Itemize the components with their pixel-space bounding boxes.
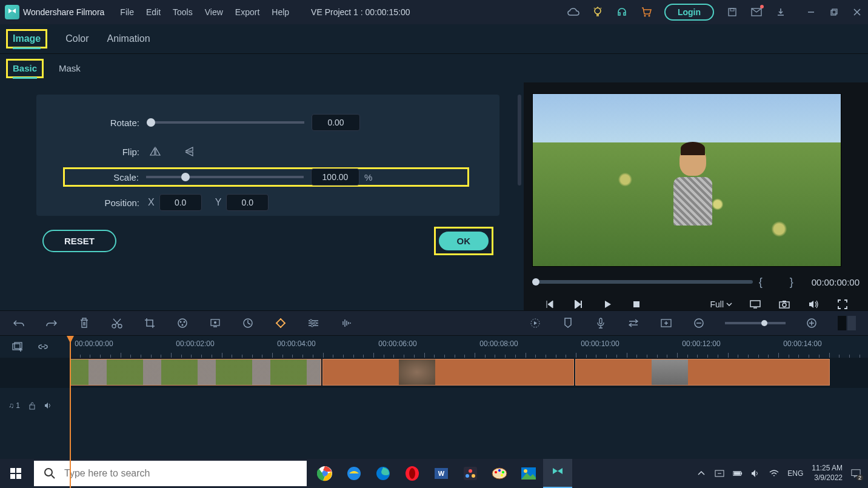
scale-slider[interactable]	[146, 176, 304, 178]
taskbar-opera[interactable]	[398, 459, 427, 488]
audio-icon[interactable]	[339, 316, 353, 330]
tray-expand-icon[interactable]	[696, 469, 706, 478]
redo-icon[interactable]	[45, 316, 58, 330]
headset-icon[interactable]	[616, 6, 628, 18]
green-screen-icon[interactable]	[209, 316, 222, 330]
link-icon[interactable]	[36, 340, 50, 353]
menu-tools[interactable]: Tools	[173, 7, 193, 17]
svg-rect-9	[750, 301, 760, 307]
undo-icon[interactable]	[12, 316, 25, 330]
split-icon[interactable]	[110, 316, 124, 330]
render-icon[interactable]	[529, 316, 542, 330]
download-icon[interactable]	[775, 6, 787, 18]
clip-3[interactable]	[575, 359, 830, 386]
tray-clock[interactable]: 11:25 AM 3/9/2022	[812, 464, 843, 483]
rotate-slider[interactable]	[147, 121, 304, 124]
app-name: Wondershare Filmora	[23, 7, 104, 17]
audio-track-body[interactable]	[70, 390, 868, 421]
panel-scrollbar[interactable]	[518, 95, 521, 186]
menu-export[interactable]: Export	[235, 7, 259, 17]
clip-1[interactable]	[70, 359, 321, 386]
ok-button[interactable]: OK	[439, 232, 489, 250]
tray-meet-icon[interactable]	[715, 469, 724, 478]
step-back-icon[interactable]	[572, 298, 584, 310]
maximize-icon[interactable]	[828, 6, 840, 18]
voiceover-icon[interactable]	[594, 316, 607, 330]
subtab-basic[interactable]: Basic	[13, 59, 37, 79]
add-track-icon[interactable]	[11, 340, 24, 353]
playback-slider[interactable]	[532, 280, 753, 284]
lock-icon[interactable]	[28, 401, 36, 410]
expand-icon[interactable]	[659, 316, 673, 330]
position-x-value[interactable]: 0.0	[159, 194, 202, 211]
snapshot-icon[interactable]	[778, 298, 790, 310]
view-toggle[interactable]	[838, 316, 856, 330]
cloud-icon[interactable]	[567, 6, 579, 18]
play-icon[interactable]	[601, 298, 613, 310]
taskbar-filmora[interactable]	[543, 459, 572, 488]
svg-rect-35	[10, 474, 15, 479]
taskbar-word[interactable]: W	[427, 459, 456, 488]
scale-value[interactable]: 100.00	[311, 169, 359, 186]
taskbar-ie[interactable]	[339, 459, 369, 488]
keyframe-icon[interactable]	[274, 316, 287, 330]
minimize-icon[interactable]	[805, 6, 817, 18]
tab-image[interactable]: Image	[13, 30, 41, 49]
mark-in-out[interactable]: { }	[759, 276, 806, 289]
flip-horizontal-icon[interactable]	[147, 145, 164, 158]
prev-frame-icon[interactable]	[543, 298, 555, 310]
login-button[interactable]: Login	[664, 4, 714, 21]
playhead[interactable]	[70, 336, 71, 488]
tray-battery-icon[interactable]	[733, 469, 743, 478]
close-icon[interactable]	[851, 6, 863, 18]
taskbar-edge[interactable]	[369, 459, 398, 488]
flip-vertical-icon[interactable]	[182, 145, 199, 158]
taskbar-resolve[interactable]	[456, 459, 485, 488]
color-icon[interactable]	[176, 316, 189, 330]
save-icon[interactable]	[726, 6, 738, 18]
zoom-in-icon[interactable]	[805, 316, 818, 330]
search-input[interactable]	[64, 468, 297, 479]
position-y-value[interactable]: 0.0	[226, 194, 269, 211]
menu-edit[interactable]: Edit	[146, 7, 161, 17]
tray-lang[interactable]: ENG	[787, 469, 803, 478]
cart-icon[interactable]	[640, 6, 652, 18]
reset-button[interactable]: RESET	[42, 230, 116, 252]
tab-animation[interactable]: Animation	[107, 30, 150, 48]
taskbar-search[interactable]	[34, 461, 307, 486]
taskbar-paint[interactable]	[485, 459, 514, 488]
display-icon[interactable]	[749, 298, 761, 310]
svg-point-37	[45, 469, 52, 476]
video-track-body[interactable]	[70, 358, 868, 388]
tray-volume-icon[interactable]	[751, 469, 761, 478]
marker-icon[interactable]	[561, 316, 575, 330]
clip-2[interactable]	[322, 359, 574, 386]
fullscreen-icon[interactable]	[836, 298, 849, 310]
volume-icon[interactable]	[807, 298, 820, 310]
start-button[interactable]	[0, 459, 32, 488]
crop-icon[interactable]	[143, 316, 156, 330]
audio-mixer-icon[interactable]	[627, 316, 640, 330]
speed-icon[interactable]	[241, 316, 255, 330]
rotate-value[interactable]: 0.00	[312, 114, 360, 131]
menu-file[interactable]: File	[120, 7, 134, 17]
tray-notifications-icon[interactable]: 2	[851, 469, 861, 478]
quality-select[interactable]: Full	[710, 299, 732, 309]
zoom-out-icon[interactable]	[692, 316, 706, 330]
delete-icon[interactable]	[78, 316, 91, 330]
menu-help[interactable]: Help	[272, 7, 289, 17]
tray-wifi-icon[interactable]	[769, 469, 779, 478]
tab-color[interactable]: Color	[65, 30, 88, 48]
taskbar-photos[interactable]	[514, 459, 543, 488]
preview-viewport[interactable]	[532, 93, 841, 267]
mail-icon[interactable]	[750, 6, 763, 18]
settings-icon[interactable]	[307, 316, 320, 330]
mute-icon[interactable]	[44, 402, 53, 409]
bulb-icon[interactable]	[592, 6, 604, 18]
stop-icon[interactable]	[630, 298, 643, 310]
timeline-ruler[interactable]: 00:00:00:0000:00:02:0000:00:04:0000:00:0…	[70, 336, 868, 358]
subtab-mask[interactable]: Mask	[59, 59, 81, 77]
taskbar-chrome[interactable]	[310, 459, 339, 488]
menu-view[interactable]: View	[205, 7, 223, 17]
zoom-slider[interactable]	[725, 322, 786, 324]
